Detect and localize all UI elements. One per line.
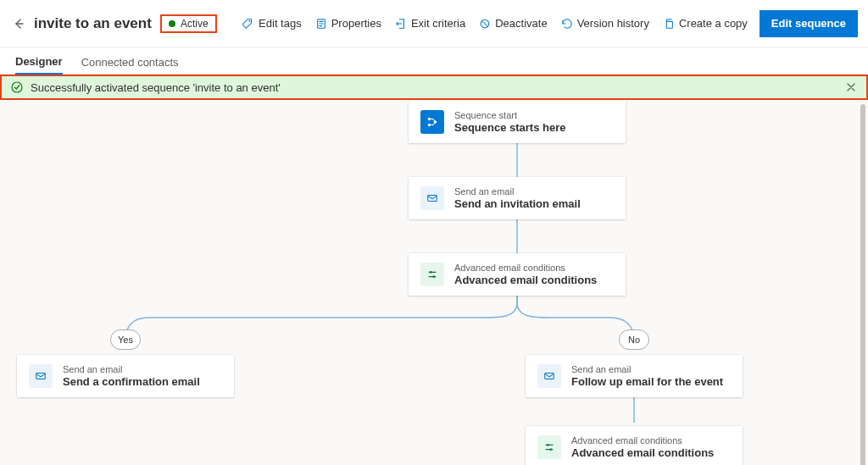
status-dot-icon: [169, 20, 175, 27]
node-label: Send an invitation email: [454, 197, 581, 211]
deactivate-button[interactable]: Deactivate: [472, 10, 554, 37]
node-caption: Advanced email conditions: [571, 435, 714, 446]
node-label: Sequence starts here: [454, 121, 566, 135]
node-caption: Advanced email conditions: [454, 262, 597, 274]
svg-point-0: [249, 20, 251, 22]
node-sequence-start[interactable]: Sequence start Sequence starts here: [409, 101, 626, 143]
svg-rect-15: [545, 374, 554, 379]
node-send-invitation[interactable]: Send an email Send an invitation email: [409, 177, 626, 219]
node-label: Follow up email for the event: [571, 375, 723, 389]
history-icon: [561, 18, 573, 30]
svg-point-16: [547, 444, 549, 446]
properties-label: Properties: [331, 17, 381, 30]
exit-criteria-label: Exit criteria: [411, 17, 465, 30]
start-icon: [420, 110, 444, 134]
node-caption: Send an email: [571, 363, 723, 375]
banner-close-button[interactable]: [844, 80, 858, 94]
tag-icon: [242, 18, 254, 30]
deactivate-label: Deactivate: [495, 17, 547, 30]
success-banner: Successfully activated sequence 'invite …: [0, 75, 868, 100]
node-followup-email[interactable]: Send an email Follow up email for the ev…: [526, 355, 743, 397]
create-copy-label: Create a copy: [679, 17, 748, 30]
svg-point-13: [432, 275, 435, 278]
node-advanced-conditions-2[interactable]: Advanced email conditions Advanced email…: [526, 426, 743, 465]
tab-bar: Designer Connected contacts: [0, 47, 868, 75]
header-bar: invite to an event Active Edit tags Prop…: [0, 0, 868, 47]
node-advanced-conditions-1[interactable]: Advanced email conditions Advanced email…: [409, 253, 626, 296]
tab-designer[interactable]: Designer: [15, 55, 63, 75]
branch-no: No: [619, 329, 649, 350]
conditions-icon: [420, 263, 444, 286]
tab-connected-contacts[interactable]: Connected contacts: [81, 56, 179, 74]
edit-sequence-button[interactable]: Edit sequence: [760, 10, 858, 37]
mail-icon: [537, 364, 561, 388]
properties-button[interactable]: Properties: [309, 10, 388, 37]
version-history-button[interactable]: Version history: [554, 10, 656, 37]
branch-yes: Yes: [110, 329, 141, 350]
exit-icon: [395, 18, 407, 30]
mail-icon: [29, 364, 53, 388]
success-check-icon: [10, 80, 24, 94]
node-caption: Send an email: [63, 363, 200, 375]
mail-icon: [420, 186, 444, 210]
node-label: Advanced email conditions: [454, 274, 597, 287]
status-label: Active: [181, 18, 209, 30]
node-label: Send a confirmation email: [63, 375, 200, 389]
copy-icon: [663, 18, 675, 30]
deactivate-icon: [479, 18, 491, 30]
node-caption: Sequence start: [454, 109, 566, 121]
svg-point-8: [428, 118, 431, 121]
svg-point-17: [549, 448, 552, 451]
version-history-label: Version history: [577, 17, 649, 30]
properties-icon: [315, 18, 327, 30]
svg-rect-11: [428, 196, 437, 202]
exit-criteria-button[interactable]: Exit criteria: [388, 10, 472, 37]
node-label: Advanced email conditions: [571, 446, 714, 460]
banner-message: Successfully activated sequence 'invite …: [31, 81, 281, 94]
scrollbar[interactable]: [860, 104, 865, 465]
create-copy-button[interactable]: Create a copy: [656, 10, 754, 37]
back-arrow-icon: [12, 17, 25, 30]
svg-rect-14: [36, 374, 46, 379]
svg-point-12: [430, 271, 432, 274]
designer-canvas[interactable]: Sequence start Sequence starts here Send…: [0, 101, 868, 465]
svg-point-9: [428, 124, 431, 127]
edit-tags-label: Edit tags: [259, 17, 302, 30]
back-button[interactable]: [10, 15, 27, 32]
svg-rect-3: [666, 21, 672, 28]
node-caption: Send an email: [454, 185, 581, 197]
node-confirmation-email[interactable]: Send an email Send a confirmation email: [17, 355, 234, 397]
status-chip: Active: [160, 14, 217, 33]
conditions-icon: [537, 435, 561, 459]
sequence-title: invite to an event: [34, 15, 152, 32]
edit-tags-button[interactable]: Edit tags: [236, 10, 309, 37]
